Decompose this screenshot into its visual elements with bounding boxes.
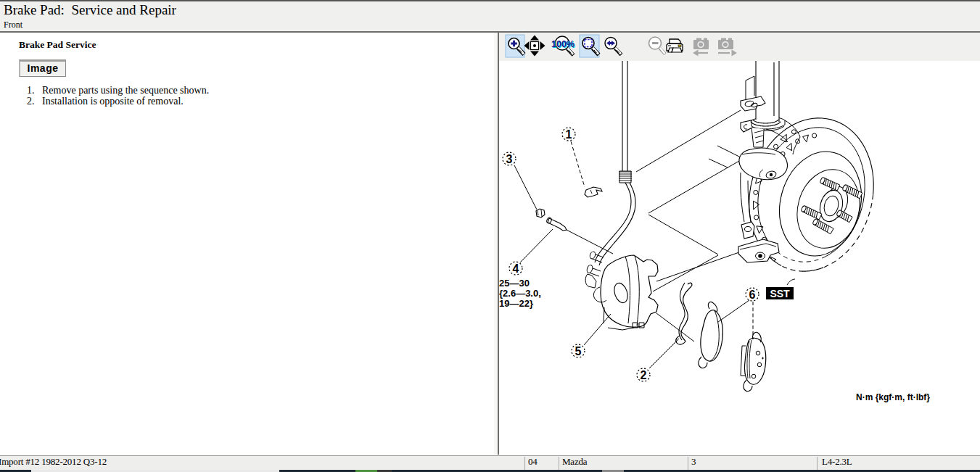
svg-text:4: 4 — [513, 262, 519, 275]
svg-text:3: 3 — [506, 153, 513, 165]
svg-text:6: 6 — [749, 289, 756, 301]
svg-text:N·m {kgf·m, ft·lbf}: N·m {kgf·m, ft·lbf} — [856, 392, 930, 402]
svg-text:25—30: 25—30 — [499, 278, 530, 289]
svg-text:19—22}: 19—22} — [499, 298, 533, 309]
svg-text:5: 5 — [575, 345, 582, 357]
svg-text:SST: SST — [770, 288, 790, 299]
svg-text:2: 2 — [641, 369, 647, 381]
svg-text:100%: 100% — [551, 39, 575, 49]
svg-text:{2.6—3.0,: {2.6—3.0, — [499, 288, 541, 299]
svg-text:1: 1 — [566, 128, 572, 141]
